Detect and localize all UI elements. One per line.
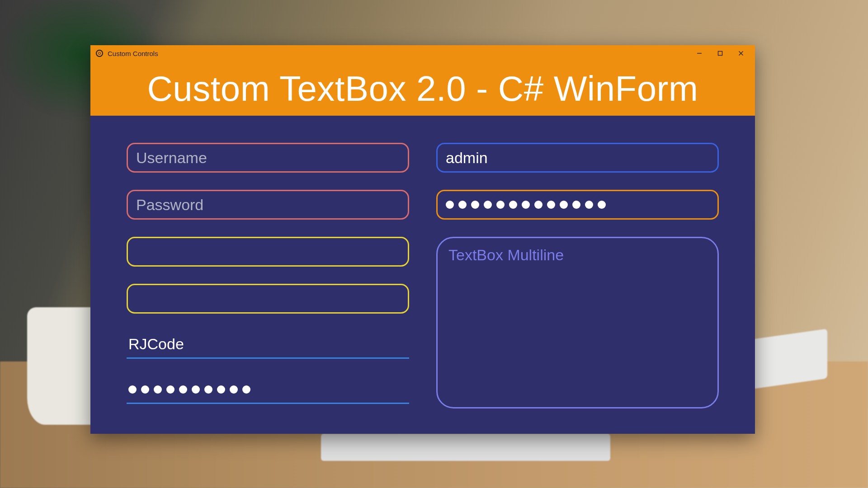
underline-password-dots: [128, 385, 250, 394]
password-placeholder: Password: [136, 196, 203, 214]
close-button[interactable]: [731, 45, 751, 61]
desktop-background: Custom Controls Custom TextBox 2.0 - C# …: [0, 0, 868, 488]
header-band: Custom TextBox 2.0 - C# WinForm: [90, 61, 755, 116]
minimize-icon: [697, 51, 702, 56]
rjcode-input[interactable]: RJCode: [127, 331, 409, 359]
rjcode-value: RJCode: [128, 335, 184, 353]
multiline-placeholder: TextBox Multiline: [448, 246, 564, 263]
left-column: Username Password RJCode: [127, 143, 409, 408]
minimize-button[interactable]: [689, 45, 710, 61]
client-area: Username Password RJCode: [90, 116, 755, 436]
underline-password-input[interactable]: [127, 376, 409, 404]
username-placeholder: Username: [136, 149, 207, 167]
admin-input[interactable]: admin: [436, 143, 719, 173]
admin-value: admin: [446, 149, 488, 167]
svg-rect-1: [718, 52, 722, 56]
app-icon: [96, 50, 103, 57]
close-icon: [738, 51, 744, 56]
header-title: Custom TextBox 2.0 - C# WinForm: [147, 68, 698, 109]
laptop-prop: [321, 434, 610, 461]
blank-input-2[interactable]: [127, 284, 409, 314]
multiline-textbox[interactable]: TextBox Multiline: [436, 237, 719, 408]
right-column: admin TextBox Multiline: [436, 143, 719, 408]
maximize-icon: [717, 51, 723, 56]
app-window: Custom Controls Custom TextBox 2.0 - C# …: [90, 45, 755, 434]
username-input[interactable]: Username: [127, 143, 409, 173]
right-password-dots: [446, 201, 606, 209]
titlebar[interactable]: Custom Controls: [90, 45, 755, 61]
maximize-button[interactable]: [710, 45, 731, 61]
blank-input-1[interactable]: [127, 237, 409, 267]
window-title: Custom Controls: [108, 50, 158, 57]
password-input[interactable]: Password: [127, 190, 409, 220]
right-password-input[interactable]: [436, 190, 719, 220]
